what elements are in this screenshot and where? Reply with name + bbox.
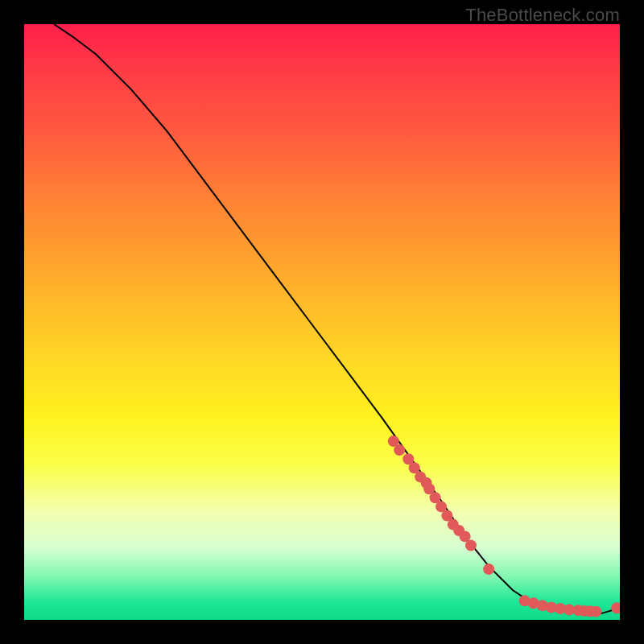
point-cluster-lower <box>590 606 601 617</box>
point-cluster-upper <box>441 510 452 522</box>
plot-area <box>24 24 620 620</box>
point-cluster-upper <box>402 453 414 464</box>
point-cluster-upper <box>421 477 432 489</box>
point-cluster-lower <box>555 603 566 614</box>
point-cluster-upper <box>394 444 405 456</box>
point-cluster-upper <box>448 519 459 530</box>
series-curve <box>54 24 620 613</box>
point-cluster-lower <box>519 595 530 606</box>
point-cluster-upper <box>460 530 471 542</box>
point-cluster-upper <box>423 483 435 494</box>
point-cluster-lower <box>483 564 494 575</box>
point-cluster-lower <box>528 597 539 609</box>
point-cluster-lower <box>584 605 596 617</box>
point-cluster-lower <box>611 602 620 613</box>
chart-svg <box>24 24 620 620</box>
point-cluster-lower <box>572 605 584 616</box>
point-cluster-upper <box>415 471 426 482</box>
point-cluster-upper <box>388 436 399 447</box>
point-cluster-upper <box>409 462 420 473</box>
point-cluster-upper <box>436 501 447 512</box>
point-cluster-lower <box>579 605 590 617</box>
point-cluster-upper <box>465 540 477 551</box>
point-cluster-upper <box>453 525 464 536</box>
point-cluster-lower <box>546 601 557 613</box>
point-cluster-upper <box>430 492 441 503</box>
point-cluster-lower <box>537 600 548 611</box>
chart-frame: TheBottleneck.com <box>0 0 644 644</box>
point-cluster-lower <box>564 604 575 615</box>
watermark-text: TheBottleneck.com <box>465 5 620 26</box>
